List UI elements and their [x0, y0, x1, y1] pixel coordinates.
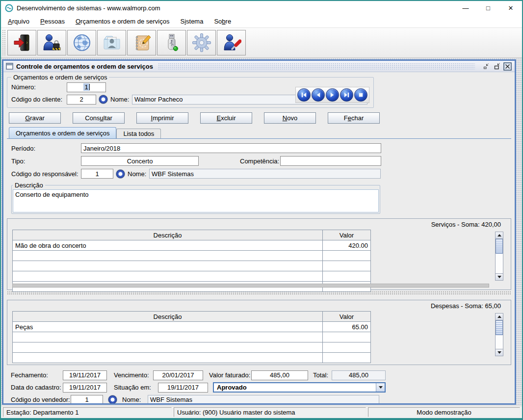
- user-security-button[interactable]: [37, 30, 66, 55]
- tab-bar: Orçamentos e ordem de serviços Lista tod…: [7, 127, 511, 139]
- internal-frame-titlebar[interactable]: Controle de orçamentos e ordem de serviç…: [3, 61, 515, 72]
- services-sum-label: Serviços - Soma: 420,00: [7, 219, 511, 230]
- usb-device-button[interactable]: [157, 30, 186, 55]
- fechamento-input[interactable]: 19/11/2017: [63, 370, 107, 380]
- usb-device-icon: [162, 33, 182, 52]
- scroll-down-icon[interactable]: [495, 273, 503, 281]
- scroll-up-icon[interactable]: [495, 232, 503, 239]
- menu-pessoas[interactable]: Pessoas: [37, 17, 68, 26]
- close-button[interactable]: ✕: [499, 1, 522, 15]
- numero-label: Número:: [11, 83, 67, 91]
- services-header-valor: Valor: [323, 230, 371, 240]
- scrollbar-thumb[interactable]: [496, 320, 503, 335]
- contacts-folder-icon: [102, 33, 122, 52]
- exit-button[interactable]: [7, 30, 36, 55]
- table-row[interactable]: [13, 353, 371, 363]
- client-lookup-icon[interactable]: [99, 95, 108, 104]
- action-buttons: Gravar Consultar Imprimir Excluir Novo F…: [9, 112, 511, 124]
- expenses-panel: Despesas - Soma: 65,00 Descrição Valor P…: [7, 300, 511, 365]
- web-button[interactable]: [67, 30, 96, 55]
- expenses-table: Descrição Valor Peças 65.00: [12, 311, 371, 363]
- situacao-em-input[interactable]: 19/11/2017: [158, 383, 208, 393]
- tipo-input[interactable]: Concerto: [81, 156, 199, 166]
- scrollbar-thumb[interactable]: [496, 239, 503, 254]
- services-table: Descrição Valor Mão de obra do concerto …: [12, 230, 371, 292]
- table-row[interactable]: [13, 342, 371, 353]
- minimize-button[interactable]: —: [454, 1, 477, 15]
- tab-orcamentos[interactable]: Orçamentos e ordem de serviços: [9, 127, 116, 138]
- chevron-down-icon[interactable]: [376, 383, 385, 392]
- user-tools-icon: [222, 33, 241, 52]
- codigo-cliente-input[interactable]: 2: [67, 95, 96, 105]
- user-tools-button[interactable]: [217, 30, 246, 55]
- imprimir-button[interactable]: Imprimir: [136, 112, 188, 124]
- descricao-textarea[interactable]: Conserto de equipamento: [13, 189, 379, 212]
- status-mode: Modo demostração: [368, 407, 520, 417]
- contacts-button[interactable]: [97, 30, 126, 55]
- status-station: Estação: Departamento 1: [3, 407, 172, 417]
- last-record-icon[interactable]: [340, 88, 353, 102]
- table-row[interactable]: Mão de obra do concerto 420.00: [13, 240, 371, 251]
- fechar-button[interactable]: Fechar: [328, 112, 380, 124]
- gravar-button[interactable]: Gravar: [9, 112, 61, 124]
- responsavel-lookup-icon[interactable]: [116, 169, 125, 179]
- menu-orcamentos[interactable]: Orçamentos e ordem de serviços: [73, 17, 172, 26]
- toolbar-grip[interactable]: [2, 29, 6, 56]
- footer-fields: Fechamento: 19/11/2017 Vencimento: 20/01…: [7, 369, 511, 403]
- table-row[interactable]: [13, 251, 371, 261]
- maximize-button[interactable]: □: [477, 1, 499, 15]
- globe-icon: [72, 33, 92, 52]
- statusbar: Estação: Departamento 1 Usuário: (900) U…: [1, 406, 522, 418]
- previous-record-icon[interactable]: [312, 88, 325, 102]
- tab-panel: Período: Janeiro/2018 Tipo: Concerto Com…: [7, 139, 511, 214]
- notebook-button[interactable]: [127, 30, 156, 55]
- competencia-input[interactable]: [280, 156, 381, 166]
- record-navigator: [295, 87, 369, 103]
- app-logo-icon: [5, 4, 13, 12]
- novo-button[interactable]: Novo: [264, 112, 316, 124]
- table-row[interactable]: [13, 271, 371, 282]
- vencimento-input[interactable]: 20/01/2017: [153, 370, 203, 380]
- scroll-down-icon[interactable]: [495, 349, 503, 356]
- header-group-title: Orçamentos e ordem de serviços: [11, 74, 109, 81]
- descricao-groupbox: Descrição Conserto de equipamento: [11, 182, 380, 214]
- next-record-icon[interactable]: [326, 88, 339, 102]
- codigo-vendedor-input[interactable]: 1: [71, 395, 103, 404]
- tab-lista-todos[interactable]: Lista todos: [116, 129, 161, 138]
- frame-minimize-button[interactable]: [481, 62, 491, 71]
- valor-faturado-input[interactable]: 485,00: [251, 370, 308, 380]
- titlebar-texture: [158, 63, 475, 70]
- descricao-label: Descrição: [13, 182, 45, 189]
- data-cadastro-input[interactable]: 19/11/2017: [63, 383, 107, 393]
- expenses-vertical-scrollbar[interactable]: [495, 313, 503, 356]
- nome-responsavel-field: WBF Sistemas: [149, 169, 381, 179]
- excluir-button[interactable]: Excluir: [200, 112, 252, 124]
- menu-arquivo[interactable]: Arquivo: [5, 17, 32, 26]
- situacao-combobox[interactable]: Aprovado: [213, 382, 386, 393]
- scroll-up-icon[interactable]: [495, 313, 503, 320]
- consultar-button[interactable]: Consultar: [73, 112, 125, 124]
- periodo-label: Período:: [11, 145, 81, 152]
- table-row[interactable]: [13, 332, 371, 342]
- first-record-icon[interactable]: [297, 88, 311, 102]
- numero-input[interactable]: 1: [67, 82, 106, 92]
- fechamento-label: Fechamento:: [11, 371, 63, 379]
- codigo-responsavel-input[interactable]: 1: [81, 169, 113, 179]
- vendedor-lookup-icon[interactable]: [108, 395, 117, 403]
- frame-close-button[interactable]: [502, 62, 512, 71]
- status-user: Usuário: (900) Usuário master do sistema: [174, 407, 366, 417]
- menu-sobre[interactable]: Sobre: [211, 17, 234, 26]
- total-field: 485,00: [332, 370, 386, 380]
- table-row[interactable]: Peças 65.00: [13, 322, 371, 332]
- table-row[interactable]: [13, 261, 371, 271]
- stop-icon[interactable]: [354, 88, 367, 102]
- periodo-input[interactable]: Janeiro/2018: [81, 143, 381, 153]
- exit-icon: [12, 33, 32, 52]
- toolbar: [1, 27, 522, 58]
- services-horizontal-scrollbar[interactable]: [12, 284, 489, 288]
- settings-button[interactable]: [187, 30, 216, 55]
- menu-sistema[interactable]: Sistema: [177, 17, 206, 26]
- frame-restore-button[interactable]: [492, 62, 501, 71]
- services-vertical-scrollbar[interactable]: [495, 232, 503, 281]
- mdi-desktop: Controle de orçamentos e ordem de serviç…: [1, 58, 522, 406]
